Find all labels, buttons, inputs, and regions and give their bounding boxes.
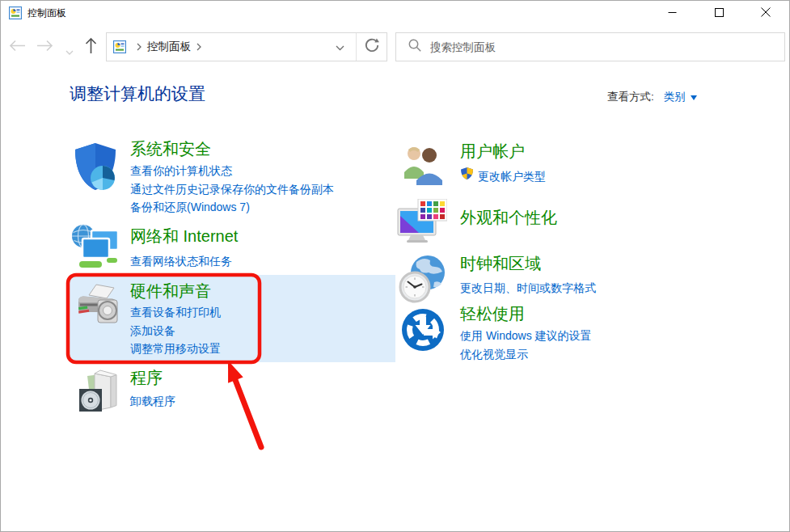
clock-region-links: 更改日期、时间或数字格式 [460,279,596,298]
forward-button[interactable] [36,40,53,55]
link-view-network-status[interactable]: 查看网络状态和任务 [130,252,232,271]
programs-links: 卸载程序 [130,392,175,411]
address-dropdown-button[interactable] [329,33,351,61]
link-uninstall-program[interactable]: 卸载程序 [130,392,175,411]
network-icon[interactable] [70,224,121,276]
refresh-button[interactable] [356,33,387,61]
link-windows-suggested-settings[interactable]: 使用 Windows 建议的设置 [460,327,592,345]
annotation-arrow-shaft [235,380,261,447]
control-panel-window: 控制面板 [0,0,790,532]
appearance-icon[interactable] [397,199,447,249]
control-panel-icon [113,40,126,53]
search-icon [408,38,422,56]
view-by-control: 查看方式: 类别 [607,90,697,104]
chevron-right-icon [137,43,142,51]
link-change-account-type[interactable]: 更改帐户类型 [460,167,546,186]
chevron-down-icon [336,40,344,54]
programs-icon[interactable] [78,369,120,417]
link-view-computer-status[interactable]: 查看你的计算机状态 [130,162,334,180]
clock-region-icon[interactable] [399,255,446,306]
control-panel-icon [9,6,22,19]
search-box[interactable] [395,32,785,61]
ease-of-access-icon[interactable] [401,308,445,355]
chevron-down-icon [65,44,74,58]
titlebar: 控制面板 [1,1,789,25]
view-by-value[interactable]: 类别 [664,90,686,104]
recent-pages-button[interactable] [65,44,74,58]
ease-of-access-links: 使用 Windows 建议的设置 优化视觉显示 [460,327,592,363]
system-security-links: 查看你的计算机状态 通过文件历史记录保存你的文件备份副本 备份和还原(Windo… [130,162,334,217]
minimize-icon [668,7,677,19]
view-by-label: 查看方式: [607,90,654,104]
category-user-accounts[interactable]: 用户帐户 [460,142,525,161]
forward-icon [36,40,53,55]
close-button[interactable] [742,1,789,25]
page-title: 调整计算机的设置 [70,83,205,103]
link-file-history-backup[interactable]: 通过文件历史记录保存你的文件备份副本 [130,180,334,199]
annotation-arrow-head [228,361,243,383]
user-accounts-icon[interactable] [403,145,443,188]
back-button[interactable] [9,40,26,55]
up-icon [85,37,97,57]
hardware-sound-links: 查看设备和打印机 添加设备 调整常用移动设置 [130,303,221,358]
up-button[interactable] [85,37,97,57]
link-adjust-mobility-settings[interactable]: 调整常用移动设置 [130,340,221,358]
network-internet-links: 查看网络状态和任务 [130,252,232,271]
chevron-right-icon [196,43,201,51]
user-accounts-links: 更改帐户类型 [460,167,546,186]
link-add-device[interactable]: 添加设备 [130,322,221,340]
uac-shield-icon [460,167,478,186]
link-optimize-visual-display[interactable]: 优化视觉显示 [460,345,592,364]
category-ease-of-access[interactable]: 轻松使用 [460,305,525,323]
printer-sound-icon[interactable] [76,283,123,328]
link-backup-restore-win7[interactable]: 备份和还原(Windows 7) [130,198,334,217]
category-network-internet[interactable]: 网络和 Internet [130,227,238,246]
dropdown-caret-icon[interactable] [691,95,697,100]
category-clock-region[interactable]: 时钟和区域 [460,255,541,273]
shield-security-icon[interactable] [73,141,118,196]
window-title: 控制面板 [27,6,66,20]
category-system-security[interactable]: 系统和安全 [130,140,211,158]
category-appearance-personalization[interactable]: 外观和个性化 [460,209,557,227]
link-view-devices-printers[interactable]: 查看设备和打印机 [130,303,221,322]
minimize-button[interactable] [648,1,695,25]
category-hardware-sound[interactable]: 硬件和声音 [130,282,211,301]
link-change-account-type-label: 更改帐户类型 [478,167,546,186]
refresh-icon [364,37,380,57]
category-programs[interactable]: 程序 [130,369,163,387]
breadcrumb-control-panel[interactable]: 控制面板 [147,40,191,54]
back-icon [9,40,26,55]
close-icon [761,7,771,19]
link-change-date-time-formats[interactable]: 更改日期、时间或数字格式 [460,279,596,298]
maximize-button[interactable] [695,1,742,25]
search-input[interactable] [430,41,754,53]
maximize-icon [715,7,724,19]
address-bar[interactable]: 控制面板 [106,32,387,61]
